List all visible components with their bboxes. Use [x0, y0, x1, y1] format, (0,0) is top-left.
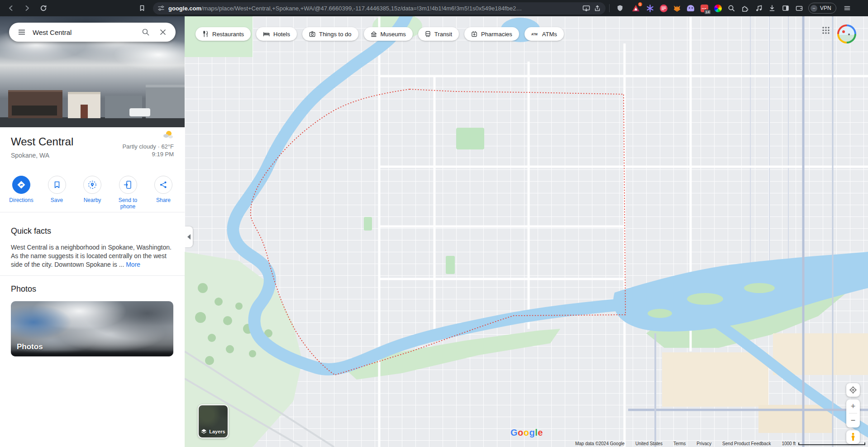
- zoom-in-button[interactable]: +: [846, 399, 860, 413]
- share-icon[interactable]: [594, 5, 601, 12]
- chip-atms[interactable]: ATM ATMs: [525, 27, 564, 41]
- cast-icon[interactable]: [582, 5, 590, 12]
- directions-icon: [12, 176, 30, 194]
- pegman-button[interactable]: [846, 430, 860, 444]
- vpn-label: VPN: [820, 5, 831, 11]
- menu-hamburger-icon[interactable]: [15, 26, 28, 38]
- google-watermark: Google: [510, 428, 543, 438]
- url-text: google.com/maps/place/West+Central,+Spok…: [168, 5, 579, 12]
- forward-button[interactable]: [21, 2, 33, 14]
- brave-rewards-icon[interactable]: 1: [630, 3, 641, 14]
- layers-icon: [201, 428, 207, 434]
- rewards-badge: 1: [637, 1, 643, 7]
- share-nodes-icon: [154, 176, 172, 194]
- weather-widget: Partly cloudy · 62°F 9:19 PM: [122, 130, 174, 158]
- category-chips: Restaurants Hotels Things to do Museums …: [196, 27, 564, 41]
- photo-truck: [129, 108, 150, 116]
- layers-button[interactable]: Layers: [198, 404, 229, 438]
- share-button[interactable]: Share: [147, 176, 180, 210]
- downloads-icon[interactable]: [768, 4, 777, 13]
- extension-red-circle-icon[interactable]: [659, 4, 668, 13]
- map-data-text: Map data ©2024 Google: [575, 441, 625, 446]
- search-icon[interactable]: [139, 26, 152, 38]
- collapse-panel-button[interactable]: [185, 226, 193, 247]
- feedback-link[interactable]: Send Product Feedback: [722, 441, 771, 446]
- google-apps-grid-icon[interactable]: [822, 26, 830, 34]
- save-button[interactable]: Save: [40, 176, 74, 210]
- quick-facts-text: West Central is a neighborhood in Spokan…: [11, 243, 174, 269]
- close-icon[interactable]: [157, 26, 169, 38]
- photos-card-label: Photos: [17, 342, 43, 351]
- reload-button[interactable]: [37, 2, 50, 14]
- weather-time: 9:19 PM: [122, 150, 174, 158]
- zoom-out-button[interactable]: −: [846, 413, 860, 427]
- layers-label: Layers: [209, 429, 225, 434]
- nearby-button[interactable]: Nearby: [76, 176, 109, 210]
- site-settings-icon[interactable]: [157, 5, 165, 12]
- bookmark-icon[interactable]: [136, 2, 148, 14]
- brave-shield-icon[interactable]: [614, 2, 626, 14]
- scale-label: 1000 ft: [782, 441, 796, 446]
- phantom-wallet-icon[interactable]: [686, 4, 695, 13]
- restaurants-icon: [202, 31, 209, 37]
- divider: [0, 212, 185, 212]
- send-to-phone-button[interactable]: Send to phone: [111, 176, 145, 210]
- atm-icon: ATM: [531, 31, 539, 37]
- camera-icon: [309, 31, 315, 37]
- region-text: United States: [635, 441, 663, 446]
- search-box: [9, 23, 176, 42]
- map-container: Restaurants Hotels Things to do Museums …: [185, 16, 868, 447]
- extensions-puzzle-icon[interactable]: [740, 4, 749, 13]
- museum-icon: [371, 31, 377, 37]
- my-location-button[interactable]: [846, 383, 860, 397]
- chip-museums[interactable]: Museums: [364, 27, 413, 41]
- send-to-phone-icon: [119, 176, 137, 194]
- search-input[interactable]: [33, 29, 135, 36]
- browser-toolbar: google.com/maps/place/West+Central,+Spok…: [0, 0, 868, 16]
- vpn-button[interactable]: −VPN: [808, 3, 836, 14]
- chip-transit[interactable]: Transit: [418, 27, 459, 41]
- extension-burst-icon[interactable]: [645, 4, 654, 13]
- url-bar[interactable]: google.com/maps/place/West+Central,+Spok…: [153, 2, 606, 14]
- photos-card[interactable]: Photos: [11, 301, 173, 356]
- svg-text:ATM: ATM: [531, 33, 538, 36]
- account-avatar[interactable]: [837, 24, 856, 43]
- wallet-icon[interactable]: [795, 4, 804, 13]
- privacy-link[interactable]: Privacy: [696, 441, 711, 446]
- my-location-icon: [849, 386, 857, 394]
- music-icon[interactable]: [754, 4, 763, 13]
- chip-restaurants[interactable]: Restaurants: [196, 27, 251, 41]
- pegman-icon: [850, 433, 856, 442]
- hotels-icon: [263, 31, 270, 37]
- back-button[interactable]: [5, 2, 17, 14]
- bookmark-save-icon: [48, 176, 66, 194]
- menu-button[interactable]: [841, 2, 854, 14]
- directions-button[interactable]: Directions: [5, 176, 38, 210]
- extension-reader-icon[interactable]: •••14: [700, 4, 709, 13]
- map-canvas[interactable]: [185, 16, 868, 447]
- pharmacy-icon: [471, 31, 477, 37]
- photos-heading: Photos: [11, 284, 174, 294]
- metamask-icon[interactable]: [672, 4, 682, 13]
- toolbar-separator: [609, 4, 610, 12]
- avatar-illustration: [839, 26, 854, 42]
- chevron-left-icon: [187, 234, 191, 240]
- photo-ground: [0, 117, 185, 127]
- color-wheel-icon[interactable]: [713, 4, 722, 13]
- zoom-control: + −: [846, 399, 860, 428]
- weather-text: Partly cloudy · 62°F: [122, 143, 174, 150]
- chip-hotels[interactable]: Hotels: [256, 27, 297, 41]
- chip-things-to-do[interactable]: Things to do: [302, 27, 358, 41]
- quick-facts-heading: Quick facts: [11, 226, 174, 236]
- toolbar-search-icon[interactable]: [727, 4, 736, 13]
- more-link[interactable]: More: [126, 261, 140, 268]
- quick-facts-section: Quick facts West Central is a neighborho…: [0, 219, 185, 276]
- sidebar-toggle-icon[interactable]: [781, 4, 790, 13]
- photo-building: [68, 92, 100, 118]
- vpn-status-icon: −: [811, 5, 817, 12]
- chip-pharmacies[interactable]: Pharmacies: [464, 27, 519, 41]
- photo-building: [8, 90, 62, 118]
- photos-section: Photos Photos: [0, 278, 185, 363]
- photo-building: [146, 85, 185, 118]
- terms-link[interactable]: Terms: [673, 441, 686, 446]
